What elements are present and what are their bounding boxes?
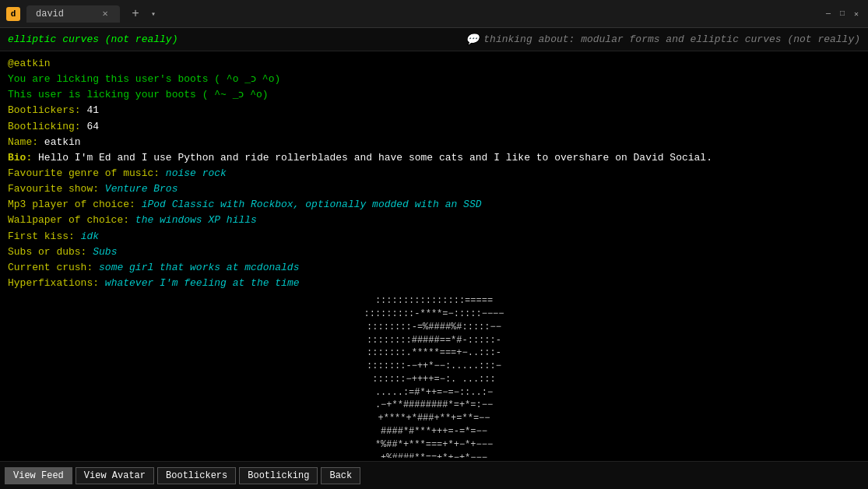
tab-close-button[interactable]: ✕ <box>100 9 111 19</box>
bootlicking-value: 64 <box>86 119 99 135</box>
minimize-button[interactable]: — <box>823 9 834 19</box>
genre-label: Favourite genre of music: <box>8 166 160 181</box>
close-button[interactable]: ✕ <box>851 9 862 19</box>
ascii-line: *%##*+***===+*+−*+−−− <box>8 438 860 452</box>
bottom-button-view-feed[interactable]: View Feed <box>5 467 72 484</box>
boots-you-lick-text: You are licking this user's boots ( ^o _… <box>8 72 280 87</box>
hyper-value: whatever I'm feeling at the time <box>105 276 300 291</box>
wallpaper-label: Wallpaper of choice: <box>8 213 129 228</box>
subs-value: Subs <box>93 244 117 260</box>
tab-dropdown-button[interactable]: ▾ <box>151 9 156 19</box>
handle-line: @eatkin <box>8 56 860 72</box>
new-tab-button[interactable]: + <box>126 5 145 23</box>
subs-label: Subs or dubs: <box>8 244 86 260</box>
name-value: eatkin <box>44 135 81 150</box>
bio-label: Bio: <box>8 150 32 166</box>
name-label: Name: <box>8 135 38 150</box>
bottom-button-bootlickers[interactable]: Bootlickers <box>157 467 236 484</box>
genre-line: Favourite genre of music: noise rock <box>8 166 860 181</box>
ascii-line: .−+**########*=+*=:−− <box>8 399 860 412</box>
tab-label: david <box>36 9 64 19</box>
show-label: Favourite show: <box>8 181 99 197</box>
bootlickers-value: 41 <box>86 103 99 118</box>
bootlicking-line: Bootlicking: 64 <box>8 119 860 135</box>
mp3-value: iPod Classic with Rockbox, optionally mo… <box>142 197 482 213</box>
titlebar: d david ✕ + ▾ — □ ✕ <box>0 0 868 28</box>
status-right: 💬 thinking about: modular forms and elli… <box>466 33 860 46</box>
status-right-text: thinking about: modular forms and ellipt… <box>483 33 860 45</box>
bio-line: Bio: Hello I'm Ed and I use Python and r… <box>8 150 860 166</box>
bottom-bar: View FeedView AvatarBootlickersBootlicki… <box>0 461 868 489</box>
profile-content: @eatkin You are licking this user's boot… <box>0 51 868 458</box>
ascii-line: ####*#***+++=-=*=−− <box>8 425 860 438</box>
ascii-line: ::::::−++++=−:. ...::: <box>8 373 860 386</box>
ascii-line: :::::::.*****===+−..:::- <box>8 347 860 360</box>
wallpaper-line: Wallpaper of choice: the windows XP hill… <box>8 213 860 228</box>
bottom-button-back[interactable]: Back <box>321 467 360 484</box>
crush-value: some girl that works at mcdonalds <box>99 260 299 276</box>
ascii-line: +%####**==+*+−+*−−− <box>8 452 860 458</box>
boots-licking-you-line: This user is licking your boots ( ^~ _ↄ … <box>8 87 860 103</box>
window-controls: — □ ✕ <box>823 9 862 19</box>
bootlicking-label: Bootlicking: <box>8 119 81 135</box>
bio-text: Hello I'm Ed and I use Python and ride r… <box>38 150 712 166</box>
bootlickers-line: Bootlickers: 41 <box>8 103 860 118</box>
wallpaper-value: the windows XP hills <box>135 213 257 228</box>
ascii-line: +****+*###+**+=**=−− <box>8 412 860 425</box>
boots-licking-you-text: This user is licking your boots ( ^~ _ↄ … <box>8 87 269 103</box>
ascii-art-container: ::::::::::::::::=====:::::::::-****=−:::… <box>8 294 860 458</box>
app-icon: d <box>6 7 20 21</box>
handle: @eatkin <box>8 56 51 72</box>
show-line: Favourite show: Venture Bros <box>8 181 860 197</box>
name-line: Name: eatkin <box>8 135 860 150</box>
ascii-line: ::::::::-=%####%#:::::−− <box>8 321 860 334</box>
crush-label: Current crush: <box>8 260 93 276</box>
maximize-button[interactable]: □ <box>837 9 848 19</box>
status-bar: elliptic curves (not really) 💬 thinking … <box>0 28 868 51</box>
firstkiss-label: First kiss: <box>8 229 75 244</box>
firstkiss-value: idk <box>81 229 99 244</box>
bootlickers-label: Bootlickers: <box>8 103 81 118</box>
genre-value: noise rock <box>166 166 227 181</box>
crush-line: Current crush: some girl that works at m… <box>8 260 860 276</box>
firstkiss-line: First kiss: idk <box>8 229 860 244</box>
mp3-label: Mp3 player of choice: <box>8 197 135 213</box>
hyper-line: Hyperfixations: whatever I'm feeling at … <box>8 276 860 291</box>
status-left-text: elliptic curves (not really) <box>8 33 177 45</box>
ascii-line: ::::::::#####==*#-:::::- <box>8 334 860 347</box>
boots-you-lick-line: You are licking this user's boots ( ^o _… <box>8 72 860 87</box>
mp3-line: Mp3 player of choice: iPod Classic with … <box>8 197 860 213</box>
ascii-line: ::::::::::::::::===== <box>8 294 860 308</box>
show-value: Venture Bros <box>105 181 178 197</box>
bottom-button-bootlicking[interactable]: Bootlicking <box>239 467 318 484</box>
bottom-button-view-avatar[interactable]: View Avatar <box>76 467 154 484</box>
ascii-line: :::::::::-****=−:::::−−−− <box>8 308 860 321</box>
active-tab[interactable]: david ✕ <box>26 5 120 23</box>
thinking-icon: 💬 <box>466 33 479 46</box>
ascii-line: .....:=#*++=−=−::..:− <box>8 386 860 399</box>
ascii-line: :::::::-−++*−−:.....:::− <box>8 360 860 373</box>
subs-line: Subs or dubs: Subs <box>8 244 860 260</box>
hyper-label: Hyperfixations: <box>8 276 99 291</box>
